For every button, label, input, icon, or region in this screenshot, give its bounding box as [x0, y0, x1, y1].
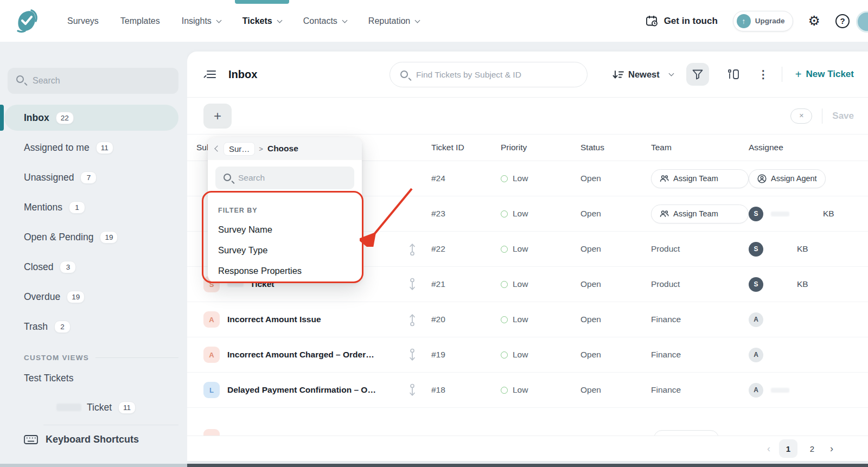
assign-team-button[interactable]: Assign Team: [651, 169, 749, 188]
save-filter-button[interactable]: Save: [832, 111, 854, 121]
team-label: Product: [651, 279, 680, 289]
page-2[interactable]: 2: [803, 439, 821, 458]
assignee-name: KB: [797, 279, 808, 289]
assignee-avatar[interactable]: A: [749, 312, 763, 327]
sidebar-item-label: Mentions: [24, 202, 62, 213]
assignee-avatar[interactable]: A: [749, 348, 763, 362]
surveysparrow-logo-icon: [15, 8, 39, 34]
assignee-avatar[interactable]: A: [749, 383, 763, 398]
funnel-icon: [692, 68, 704, 80]
assignee-avatar[interactable]: S: [749, 242, 763, 257]
sidebar-item-unassigned[interactable]: Unassigned7: [4, 164, 178, 190]
sort-icon: [612, 70, 624, 79]
new-ticket-button[interactable]: + New Ticket: [795, 68, 854, 81]
nav-item-contacts[interactable]: Contacts: [303, 0, 347, 42]
breadcrumb-parent[interactable]: Sur…: [224, 143, 254, 155]
filter-search-input[interactable]: [215, 167, 354, 189]
nav-item-tickets[interactable]: Tickets: [242, 0, 282, 42]
columns-icon: [727, 68, 740, 80]
keyboard-shortcuts-button[interactable]: Keyboard Shortcuts: [0, 425, 187, 445]
status-label: Open: [580, 350, 651, 360]
nav-item-insights[interactable]: Insights: [182, 0, 221, 42]
add-filter-button[interactable]: +: [203, 104, 232, 129]
sidebar-views-list: Inbox22Assigned to me11Unassigned7Mentio…: [0, 105, 187, 340]
priority-low: Low: [501, 385, 580, 395]
assignee-avatar[interactable]: S: [749, 207, 763, 221]
nav-item-label: Contacts: [303, 16, 337, 26]
sidebar-item-closed[interactable]: Closed3: [4, 254, 178, 280]
upgrade-button[interactable]: ↑ Upgrade: [733, 11, 793, 31]
filter-option-response-properties[interactable]: Response Properties: [218, 266, 354, 276]
filter-button[interactable]: [686, 63, 709, 86]
nav-item-reputation[interactable]: Reputation: [368, 0, 419, 42]
custom-view-label: Test Tickets: [24, 373, 73, 384]
keyboard-icon: [24, 435, 38, 444]
priority-cell: Low: [501, 315, 580, 324]
assign-agent-button[interactable]: Assign Agent: [749, 169, 826, 188]
sidebar-item-open-pending[interactable]: Open & Pending19: [4, 224, 178, 250]
sidebar-item-mentions[interactable]: Mentions1: [4, 194, 178, 220]
status-label: Open: [580, 209, 651, 219]
priority-cell: Low: [501, 209, 580, 219]
nav-item-templates[interactable]: Templates: [120, 0, 160, 42]
custom-views-list: Test TicketsTicket11: [0, 365, 187, 420]
sidebar-item-inbox[interactable]: Inbox22: [4, 105, 178, 131]
collapse-sidebar-icon[interactable]: [203, 69, 216, 80]
assign-team-button[interactable]: [654, 430, 719, 436]
table-row-partial: [187, 424, 868, 436]
priority-cell: Low: [501, 350, 580, 360]
clear-filters-button[interactable]: ✕: [790, 108, 812, 124]
assign-team-label: Assign Team: [673, 174, 718, 183]
assignee-avatar[interactable]: S: [749, 277, 763, 292]
ticket-id: #19: [426, 350, 501, 360]
settings-gear-icon[interactable]: ⚙: [808, 14, 820, 28]
team-icon: [660, 175, 669, 183]
nav-item-surveys[interactable]: Surveys: [67, 0, 99, 42]
assign-team-button[interactable]: Assign Team: [651, 204, 749, 223]
custom-view-test-tickets[interactable]: Test Tickets: [4, 365, 178, 391]
table-row-20[interactable]: AIncorrect Amount Issue#20LowOpenFinance…: [187, 302, 868, 337]
next-page-icon[interactable]: ›: [827, 443, 837, 455]
back-chevron-icon[interactable]: [214, 145, 220, 151]
priority-label: Low: [513, 315, 528, 324]
priority-low: Low: [501, 350, 580, 360]
board-view-button[interactable]: [722, 63, 745, 86]
team-cell: Product: [651, 244, 749, 254]
get-in-touch-button[interactable]: Get in touch: [646, 15, 718, 27]
table-row-18[interactable]: LDelayed Payment Confirmation – O…#18Low…: [187, 373, 868, 408]
filter-option-survey-type[interactable]: Survey Type: [218, 245, 354, 255]
count-badge: 3: [60, 261, 76, 273]
pagination: ‹12›: [187, 436, 868, 461]
filter-toolbar-actions: ✕ Save: [790, 108, 854, 124]
arrow-up-circle-icon: [409, 313, 416, 327]
filter-popup-search: [215, 167, 354, 189]
priority-label: Low: [513, 350, 528, 360]
prev-page-icon[interactable]: ‹: [764, 443, 774, 455]
sidebar-search-input[interactable]: [8, 68, 178, 94]
app-logo[interactable]: [0, 8, 54, 34]
filter-option-survey-name[interactable]: Survey Name: [218, 225, 354, 235]
priority-label: Low: [513, 244, 528, 254]
help-icon[interactable]: ?: [835, 14, 850, 28]
column-header-ticket-id: Ticket ID: [426, 143, 501, 152]
count-badge: 19: [67, 291, 85, 303]
ticket-search-input[interactable]: [390, 62, 588, 87]
chevron-down-icon: [415, 17, 420, 23]
table-row-19[interactable]: AIncorrect Amount Charged – Order…#19Low…: [187, 337, 868, 373]
sidebar-item-overdue[interactable]: Overdue19: [4, 284, 178, 310]
priority-label: Low: [513, 174, 528, 183]
priority-cell: Low: [501, 279, 580, 289]
ticket-search: [390, 62, 588, 87]
sidebar-item-trash[interactable]: Trash2: [4, 314, 178, 340]
subject-avatar: L: [203, 382, 220, 398]
assignee-name: KB: [797, 244, 808, 254]
sidebar-item-label: Inbox: [24, 112, 49, 124]
custom-view-ticket[interactable]: Ticket11: [4, 394, 178, 420]
sidebar-item-assigned-to-me[interactable]: Assigned to me11: [4, 135, 178, 161]
priority-dot-icon: [501, 246, 508, 253]
redacted-text: [56, 404, 81, 411]
more-options-icon[interactable]: ⋮: [758, 68, 769, 81]
sort-dropdown[interactable]: Newest: [612, 69, 673, 80]
page-1[interactable]: 1: [779, 439, 797, 458]
upgrade-arrow-icon: ↑: [737, 14, 751, 28]
